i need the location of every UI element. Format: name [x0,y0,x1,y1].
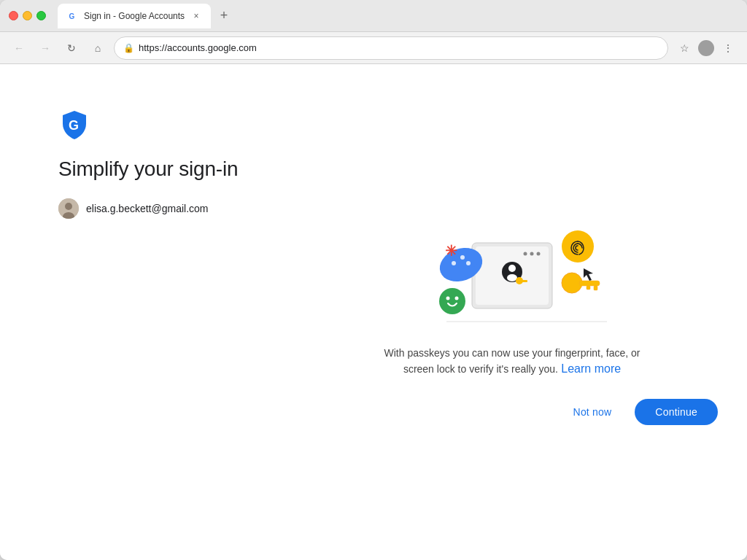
forward-button[interactable]: → [35,38,55,58]
lock-icon: 🔒 [123,43,134,53]
tab-favicon-icon: G [66,10,78,22]
action-buttons-row: Not now Continue [562,399,718,425]
tab-close-button[interactable]: × [190,10,202,22]
left-panel: G Simplify your sign-in elisa.g.beckett@… [0,64,306,560]
back-button[interactable]: ← [9,38,29,58]
account-avatar [58,198,79,219]
active-tab[interactable]: G Sign in - Google Accounts × [58,4,211,28]
menu-button[interactable]: ⋮ [718,38,738,58]
svg-text:✳: ✳ [445,243,457,259]
account-email: elisa.g.beckett@gmail.com [86,203,209,214]
page-content: G Simplify your sign-in elisa.g.beckett@… [0,64,747,560]
svg-point-13 [507,274,517,281]
tab-title: Sign in - Google Accounts [84,11,185,21]
address-text: https://accounts.google.com [139,42,659,53]
svg-point-28 [446,296,450,300]
svg-point-10 [537,252,541,255]
svg-text:G: G [69,12,75,20]
not-now-button[interactable]: Not now [562,399,624,425]
svg-point-9 [530,252,534,255]
title-bar: G Sign in - Google Accounts × + [0,0,747,32]
traffic-lights [9,11,46,20]
svg-rect-15 [522,280,527,282]
bookmark-button[interactable]: ☆ [674,38,694,58]
learn-more-link[interactable]: Learn more [561,362,621,375]
svg-text:G: G [69,118,79,133]
refresh-button[interactable]: ↻ [61,38,82,58]
svg-point-4 [65,203,72,210]
svg-rect-24 [587,286,590,289]
google-shield-logo: G [58,108,90,140]
description-container: With passkeys you can now use your finge… [374,345,651,378]
svg-marker-25 [584,268,593,281]
tab-bar: G Sign in - Google Accounts × + [58,4,738,28]
new-tab-button[interactable]: + [214,6,234,26]
svg-point-29 [455,296,459,300]
avatar-image [58,198,79,219]
browser-toolbar: ← → ↻ ⌂ 🔒 https://accounts.google.com ☆ … [0,32,747,64]
content-wrapper: G Simplify your sign-in elisa.g.beckett@… [0,64,747,560]
home-button[interactable]: ⌂ [88,38,108,58]
svg-point-26 [562,230,594,262]
close-window-button[interactable] [9,11,18,20]
browser-window: G Sign in - Google Accounts × + ← → ↻ ⌂ … [0,0,747,560]
svg-point-19 [460,255,465,260]
page-heading: Simplify your sign-in [58,158,248,181]
minimize-window-button[interactable] [23,11,32,20]
svg-point-12 [508,265,516,272]
toolbar-actions: ☆ ⋮ [674,38,738,58]
account-row: elisa.g.beckett@gmail.com [58,198,248,219]
svg-point-20 [466,261,471,265]
profile-button[interactable] [696,38,716,58]
maximize-window-button[interactable] [36,11,46,20]
svg-point-27 [439,288,465,314]
passkey-illustration: ✳ [403,199,622,330]
svg-rect-23 [594,286,597,290]
continue-button[interactable]: Continue [635,399,718,425]
svg-rect-22 [579,281,600,286]
address-bar[interactable]: 🔒 https://accounts.google.com [114,36,668,60]
svg-point-18 [452,261,456,265]
right-panel: ✳ With passkeys you can now use your fin… [306,64,747,560]
svg-point-8 [524,252,527,255]
